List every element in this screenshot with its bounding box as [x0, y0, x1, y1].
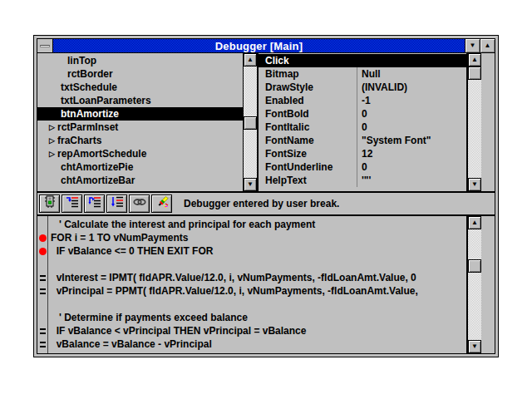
property-row[interactable]: FontSize12 — [259, 147, 466, 160]
code-line[interactable]: vPrincipal = PPMT( fldAPR.Value/12.0, i,… — [51, 284, 466, 298]
code-line[interactable]: IF vBalance < vPrincipal THEN vPrincipal… — [51, 324, 466, 337]
code-line[interactable]: ' Determine if payments exceed balance — [51, 311, 466, 324]
gutter-cell-breakpoint[interactable] — [37, 231, 47, 244]
property-row[interactable]: FontName"System Font" — [259, 134, 466, 147]
controls-list: linToprctBordertxtScheduletxtLoanParamet… — [37, 53, 243, 191]
scroll-down-button[interactable]: ▼ — [468, 178, 481, 191]
arrow-down-icon: ▼ — [247, 181, 254, 188]
breakpoint-icon[interactable] — [39, 234, 47, 242]
minimize-button[interactable]: ▼ — [465, 39, 480, 52]
list-item[interactable]: chtAmortizeBar — [37, 174, 243, 187]
titlebar[interactable]: Debugger [Main] — [53, 39, 465, 52]
control-name: txtSchedule — [61, 81, 117, 94]
expander-triangle-icon[interactable]: ▷ — [49, 121, 57, 134]
gutter-cell-empty[interactable] — [37, 218, 47, 231]
gutter-cell-statement[interactable] — [37, 324, 47, 337]
property-row[interactable]: DrawStyle(INVALID) — [259, 81, 466, 94]
list-item[interactable]: txtLoanParameters — [37, 94, 243, 107]
scroll-track[interactable] — [468, 229, 481, 340]
step-into-button[interactable] — [62, 195, 82, 213]
property-row[interactable]: Enabled-1 — [259, 94, 466, 107]
list-item[interactable]: ▷rctParmInset — [37, 121, 243, 134]
property-value: (INVALID) — [357, 81, 466, 94]
scroll-thumb[interactable] — [244, 116, 257, 130]
gutter-cell-statement[interactable] — [37, 337, 47, 351]
arrow-down-icon: ▼ — [471, 181, 478, 188]
arrow-up-icon: ▲ — [471, 57, 478, 63]
property-name: FontName — [259, 134, 357, 147]
property-name: FontUnderline — [259, 160, 357, 174]
window-body: linToprctBordertxtScheduletxtLoanParamet… — [37, 53, 495, 354]
breakpoint-gutter[interactable] — [37, 216, 48, 353]
gutter-cell-statement[interactable] — [37, 271, 47, 284]
gutter-cell-empty[interactable] — [37, 258, 47, 271]
calls-button[interactable] — [129, 195, 150, 213]
selected-event-row[interactable]: Click — [259, 54, 466, 67]
status-message: Debugger entered by user break. — [184, 198, 339, 209]
gutter-cell-statement[interactable] — [37, 284, 47, 298]
scroll-track[interactable] — [468, 66, 481, 178]
properties-scrollbar[interactable]: ▲ ▼ — [467, 53, 481, 191]
code-line[interactable] — [51, 258, 466, 271]
run-button[interactable] — [39, 195, 60, 213]
top-panels: linToprctBordertxtScheduletxtLoanParamet… — [37, 53, 495, 191]
step-over-button[interactable] — [84, 195, 105, 213]
code-line[interactable]: FOR i = 1 TO vNumPayments — [51, 231, 466, 244]
maximize-button[interactable]: ▲ — [480, 39, 495, 52]
clear-breakpoints-icon — [155, 195, 169, 212]
list-item[interactable]: rctBorder — [37, 67, 243, 81]
gutter-cell-breakpoint[interactable] — [37, 244, 47, 258]
property-row[interactable]: FontUnderline0 — [259, 160, 466, 174]
expander-triangle-icon[interactable]: ▷ — [49, 134, 57, 147]
code-line[interactable] — [51, 298, 466, 311]
code-line[interactable]: vBalance = vBalance - vPrincipal — [51, 337, 466, 351]
scroll-up-button[interactable]: ▲ — [468, 216, 481, 229]
step-into-icon — [66, 195, 79, 212]
gutter-cell-empty[interactable] — [37, 298, 47, 311]
list-item[interactable]: ▷fraCharts — [37, 134, 243, 147]
property-name: HelpText — [259, 174, 357, 187]
list-item[interactable]: chtAmortizePie — [37, 160, 243, 174]
scroll-thumb[interactable] — [468, 66, 481, 80]
control-name: rctBorder — [67, 67, 113, 81]
statement-marker-icon[interactable] — [40, 342, 46, 347]
expander-triangle-icon[interactable]: ▷ — [49, 147, 57, 160]
property-row[interactable]: BitmapNull — [259, 67, 466, 81]
scroll-up-button[interactable]: ▲ — [468, 53, 481, 66]
list-item[interactable]: btnAmortize — [37, 107, 243, 121]
scroll-down-button[interactable]: ▼ — [244, 178, 257, 191]
statement-marker-icon[interactable] — [40, 275, 46, 281]
scroll-track[interactable] — [244, 66, 257, 178]
property-row[interactable]: HelpText'"' — [259, 174, 466, 187]
controls-list-scrollbar[interactable]: ▲ ▼ — [243, 53, 257, 191]
statement-marker-icon[interactable] — [40, 288, 46, 294]
code-line[interactable]: vInterest = IPMT( fldAPR.Value/12.0, i, … — [51, 271, 466, 284]
arrow-up-icon: ▲ — [471, 219, 478, 226]
step-out-button[interactable] — [106, 195, 127, 213]
code-listing[interactable]: ' Calculate the interest and principal f… — [48, 216, 467, 353]
statement-marker-icon[interactable] — [40, 328, 46, 334]
gutter-cell-empty[interactable] — [37, 311, 47, 324]
scroll-up-button[interactable]: ▲ — [244, 53, 257, 66]
arrow-down-icon: ▼ — [471, 343, 478, 350]
control-name: fraCharts — [57, 134, 101, 147]
system-menu-button[interactable] — [37, 39, 53, 52]
code-line[interactable]: IF vBalance <= 0 THEN EXIT FOR — [51, 244, 466, 258]
list-item[interactable]: linTop — [37, 54, 243, 67]
scroll-thumb[interactable] — [468, 259, 481, 273]
code-line[interactable]: ' Calculate the interest and principal f… — [51, 218, 466, 231]
clear-breakpoints-button[interactable] — [151, 195, 172, 213]
property-row[interactable]: FontItalic0 — [259, 121, 466, 134]
property-row[interactable]: FontBold0 — [259, 107, 466, 121]
titlebar-row: Debugger [Main] ▼ ▲ — [37, 38, 495, 53]
breakpoint-icon[interactable] — [39, 248, 47, 255]
controls-tree-panel: linToprctBordertxtScheduletxtLoanParamet… — [37, 53, 259, 191]
code-scrollbar[interactable]: ▲ ▼ — [467, 216, 481, 353]
list-item[interactable]: ▷repAmortSchedule — [37, 147, 243, 160]
list-item[interactable]: txtSchedule — [37, 81, 243, 94]
selected-event-label: Click — [265, 55, 289, 66]
calls-chain-icon — [133, 195, 146, 212]
window-title: Debugger [Main] — [215, 40, 303, 52]
scroll-down-button[interactable]: ▼ — [468, 340, 481, 353]
chevron-down-icon: ▼ — [470, 42, 476, 49]
